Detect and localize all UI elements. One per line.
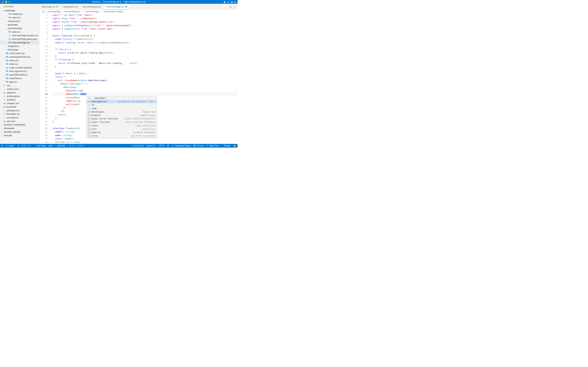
code-line[interactable]: import { useOverviewPageQuery } from "..… <box>52 24 237 27</box>
autocomplete-item[interactable]: □#regionRegion Start <box>87 114 156 117</box>
notifications[interactable]: 🔔 <box>233 145 236 147</box>
tree-item[interactable]: #OverviewPage.module.css <box>0 34 39 37</box>
code-line[interactable]: if (error) { <box>52 48 237 51</box>
code-line[interactable]: } <box>52 65 237 68</box>
tree-item[interactable]: ›generated <box>0 23 39 26</box>
fold-toggle[interactable]: ⌄ <box>49 82 52 85</box>
code-line[interactable]: name={beer.name} <box>52 92 237 96</box>
code-editor[interactable]: 1234567891011121314151617181920212223242… <box>40 13 237 144</box>
tree-item[interactable]: TSAuthContext.tsx <box>0 51 39 55</box>
chevron-icon[interactable]: › <box>5 24 8 26</box>
panel-left-icon[interactable]: ◧ <box>224 1 226 3</box>
code-line[interactable]: import Stars from "../components"; <box>52 17 237 20</box>
code-line[interactable]: import * as React from "react"; <box>52 13 237 17</box>
tree-item[interactable]: TStypes.ts <box>0 80 39 84</box>
fold-toggle[interactable]: ⌄ <box>49 127 52 130</box>
code-line[interactable]: export function OverviewPage() { <box>52 34 237 37</box>
split-editor-icon[interactable]: ◫ <box>229 5 232 8</box>
fold-toggle[interactable]: ⌄ <box>49 34 52 37</box>
tree-item[interactable]: ❋.prettierignore <box>0 94 39 98</box>
tree-item[interactable]: ⓘREADME.md <box>0 112 39 116</box>
chevron-icon[interactable]: › <box>5 49 8 51</box>
fold-toggle[interactable]: ⌄ <box>49 48 52 51</box>
layout-icon[interactable]: ⊞ <box>234 1 236 3</box>
breadcrumb-item[interactable]: OverviewPage.tsx <box>64 10 80 13</box>
tree-item[interactable]: TScreateApolloClient.tsx <box>0 55 39 59</box>
code-line[interactable]: import styles from "./OverviewPage.modul… <box>52 20 237 24</box>
tree-item[interactable]: ›components <box>0 19 39 23</box>
tree-item[interactable]: {}tsconfig.json <box>0 116 39 119</box>
project-section[interactable]: ⌄ FRONTEND <box>0 9 39 12</box>
autocomplete-item[interactable]: ◫name <box>87 107 156 110</box>
code-line[interactable]: return <h1>Please stay tuned - Beers are… <box>52 62 237 65</box>
autocomplete-item[interactable]: □errorLog error to console <box>87 134 156 138</box>
explorer-more-icon[interactable]: ⋯ <box>35 5 37 8</box>
eol[interactable]: LF <box>167 145 169 147</box>
autocomplete-item[interactable]: ◫__typename? <box>87 96 156 100</box>
autocomplete-item[interactable]: □classClass Definition <box>87 124 156 127</box>
editor-tab[interactable]: UpdateBeer.tsx <box>60 4 80 9</box>
editor-tab[interactable]: OverviewPage.tsx <box>104 4 129 10</box>
code-line[interactable]: const { beers } = data!; <box>52 72 237 75</box>
tree-item[interactable]: ◆.gitignore <box>0 91 39 94</box>
jest-ws-status[interactable]: Jest-WS: ○ <box>57 145 67 147</box>
fold-toggle[interactable]: ⌄ <box>49 58 52 61</box>
prettier-status[interactable]: ✓ Prettier <box>221 145 231 147</box>
encoding[interactable]: UTF-8 <box>158 145 164 147</box>
breadcrumb-item[interactable]: OverviewPage <box>86 10 99 13</box>
tree-item[interactable]: TSindex.tsx <box>0 16 39 19</box>
code-line[interactable] <box>52 31 237 34</box>
maximize-window[interactable] <box>8 1 10 3</box>
chevron-icon[interactable]: › <box>5 45 8 47</box>
code-line[interactable]: const { loading, error, data } = useOver… <box>52 41 237 44</box>
jest-status[interactable]: Jest: ○ <box>49 145 55 147</box>
code-line[interactable]: return <h1>Error while loading Beers</h1… <box>52 51 237 55</box>
autocomplete-item[interactable]: □async arrow functionAsync Function Expr… <box>87 117 156 120</box>
tree-item[interactable]: TSindex.d.ts <box>0 59 39 62</box>
minimize-window[interactable] <box>5 1 7 3</box>
tree-item[interactable]: ◆yarn.lock <box>0 119 39 123</box>
chevron-icon[interactable]: ⌄ <box>5 27 8 30</box>
tree-item[interactable]: ◈OverviewPage.query.graph... <box>0 37 39 41</box>
language-mode[interactable]: { } TypeScript React <box>172 145 191 147</box>
autocomplete-item[interactable]: ◫id <box>87 103 156 107</box>
fold-toggle[interactable]: ⌄ <box>49 13 52 17</box>
sidebar-section[interactable]: ›DOCKER: IMAGES <box>0 130 39 134</box>
tree-item[interactable]: ⌄OverviewPage <box>0 26 39 30</box>
close-window[interactable] <box>2 1 4 3</box>
breadcrumb-item[interactable]: beers.map() callback <box>104 10 123 13</box>
editor-tab[interactable]: BeerRatingApp.tsx <box>80 4 104 9</box>
tree-item[interactable]: TSreportWebVitals.ts <box>0 73 39 76</box>
tree-item[interactable]: ›ShopDemo <box>0 44 39 48</box>
live-share[interactable]: 👤 Live Share <box>33 145 46 147</box>
tree-item[interactable]: TSsetupTests.ts <box>0 76 39 80</box>
code-line[interactable]: key={beer.id} <box>52 89 237 92</box>
panel-right-icon[interactable]: ◨ <box>231 1 233 3</box>
code-line[interactable]: <BeerImage <box>52 85 237 89</box>
diagnostics[interactable]: ⊗0 ⚠0 ↻0 <box>70 145 83 147</box>
tree-item[interactable]: 🐳Dockerfile <box>0 105 39 109</box>
code-line[interactable]: {beers.map((beer) ⇒ ( <box>52 82 237 85</box>
code-line[interactable]: const history = useHistory(); <box>52 37 237 41</box>
build-tree[interactable]: ↻ Build Tree <box>207 145 218 147</box>
autocomplete-popup[interactable]: (property) averageStars: num… › ◫__typen… <box>87 96 157 138</box>
panel-bottom-icon[interactable]: ◫ <box>227 1 229 3</box>
sidebar-section[interactable]: ›PROBLEMS <box>0 126 39 130</box>
tree-item[interactable]: {}package.json <box>0 109 39 112</box>
git-branch[interactable]: ⎇ main*+ <box>5 145 15 147</box>
indentation[interactable]: Spaces: 2 <box>147 145 156 147</box>
autocomplete-item[interactable]: □async functionAsync Function Statement <box>87 120 156 124</box>
autocomplete-item[interactable]: □#endregionRegion End <box>87 110 156 114</box>
code-line[interactable]: onClick: () ⇒ void; <box>52 141 237 144</box>
tree-item[interactable]: TSindex.tsx <box>0 62 39 66</box>
chevron-icon[interactable]: › <box>5 20 8 22</box>
code-line[interactable]: import { useHistory } from "react-router… <box>52 27 237 31</box>
tree-item[interactable]: {}.eslintrc.json <box>0 87 39 91</box>
problems-indicator[interactable]: ⊗0 ⚠0 <box>22 145 30 147</box>
go-live[interactable]: 📡 Go Live <box>193 145 204 147</box>
tree-item[interactable]: TSOverviewPage.tsx <box>0 41 39 44</box>
cursor-position[interactable]: Ln 24, Col 22 <box>132 145 144 147</box>
remote-indicator[interactable]: ⎘ <box>2 145 3 147</box>
tree-item[interactable]: ⚙.env <box>0 84 39 87</box>
code-line[interactable]: } <box>52 55 237 58</box>
